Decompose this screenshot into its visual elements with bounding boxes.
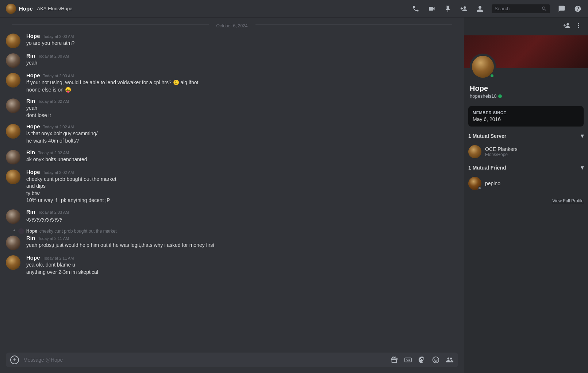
chevron-down-icon: ▾ bbox=[581, 132, 584, 139]
message-author: Hope bbox=[26, 123, 40, 129]
profile-username: hopesheis18 bbox=[470, 93, 582, 99]
chat-area: October 6, 2024 Hope Today at 2:00 AM yo… bbox=[0, 18, 464, 373]
message-content: Hope Today at 2:11 AM yea ofc, dont blam… bbox=[26, 255, 458, 276]
message-text: and dips bbox=[26, 183, 458, 190]
message-text: he wants 40m of bolts? bbox=[26, 137, 458, 145]
avatar bbox=[6, 98, 20, 113]
chat-input-bar: + GIF bbox=[6, 353, 458, 367]
add-friend-icon[interactable] bbox=[563, 22, 570, 31]
online-status-indicator bbox=[489, 73, 495, 78]
emoji-icon[interactable] bbox=[432, 356, 440, 364]
message-timestamp: Today at 2:02 AM bbox=[43, 170, 74, 175]
help-icon[interactable] bbox=[573, 4, 582, 13]
people-icon[interactable] bbox=[446, 356, 454, 364]
reply-author: Hope bbox=[26, 229, 37, 234]
topbar-username: Hope bbox=[19, 5, 33, 12]
search-input[interactable] bbox=[495, 6, 539, 11]
message-text: noone else is on 😛 bbox=[26, 86, 458, 94]
message-text: anything over 2-3m im skeptical bbox=[26, 269, 458, 276]
member-since-value: May 6, 2016 bbox=[473, 116, 579, 122]
member-since-card: Member Since May 6, 2016 bbox=[468, 106, 584, 127]
main-area: October 6, 2024 Hope Today at 2:00 AM yo… bbox=[0, 18, 588, 373]
profile-name: Hope bbox=[470, 84, 582, 93]
message-group: Hope Today at 2:00 AM yo are you here at… bbox=[6, 31, 458, 50]
message-text: cheeky cunt prob bought out the market bbox=[26, 176, 458, 183]
search-bar[interactable] bbox=[492, 4, 550, 13]
message-text: 4k onyx bolts unenchanted bbox=[26, 156, 458, 163]
gif-icon[interactable]: GIF bbox=[404, 356, 412, 364]
message-author: Rin bbox=[26, 209, 35, 215]
server-info: OCE Plankers Elons/Hope bbox=[485, 146, 518, 157]
message-group: Hope Today at 2:00 AM if your not using,… bbox=[6, 71, 458, 95]
chat-input-icons: GIF bbox=[390, 356, 454, 364]
topbar-aka-label: AKA Elons/Hope bbox=[37, 6, 73, 11]
message-timestamp: Today at 2:02 AM bbox=[43, 125, 74, 129]
message-timestamp: Today at 2:11 AM bbox=[38, 236, 69, 241]
profile-icon[interactable] bbox=[476, 4, 484, 13]
avatar bbox=[6, 255, 20, 270]
message-group: Rin Today at 2:11 AM yeah probs,i just w… bbox=[6, 235, 458, 250]
online-dot bbox=[498, 94, 502, 98]
gift-icon[interactable] bbox=[390, 356, 398, 364]
message-content: Hope Today at 2:02 AM cheeky cunt prob b… bbox=[26, 169, 458, 204]
svg-text:GIF: GIF bbox=[406, 359, 411, 362]
message-text: yeah bbox=[26, 105, 458, 112]
mutual-servers-label: 1 Mutual Server bbox=[468, 133, 506, 139]
phone-icon[interactable] bbox=[411, 4, 420, 13]
message-author: Rin bbox=[26, 98, 35, 104]
add-button[interactable]: + bbox=[10, 355, 19, 364]
more-options-icon[interactable] bbox=[575, 22, 582, 31]
message-timestamp: Today at 2:02 AM bbox=[38, 99, 69, 104]
message-timestamp: Today at 2:00 AM bbox=[43, 34, 74, 39]
avatar bbox=[6, 53, 20, 68]
topbar: Hope AKA Elons/Hope bbox=[0, 0, 588, 18]
view-full-profile-section: View Full Profile bbox=[464, 193, 588, 208]
mutual-friends-header[interactable]: 1 Mutual Friend ▾ bbox=[464, 161, 588, 174]
avatar bbox=[6, 34, 20, 48]
reply-bar: ↱ Hope cheeky cunt prob bought out the m… bbox=[6, 228, 458, 234]
avatar bbox=[6, 170, 20, 184]
message-author: Hope bbox=[26, 33, 40, 39]
profile-banner bbox=[464, 35, 588, 68]
server-item: OCE Plankers Elons/Hope bbox=[464, 142, 588, 161]
message-input[interactable] bbox=[23, 357, 386, 363]
topbar-icons bbox=[411, 4, 582, 13]
friend-item: pepino bbox=[464, 174, 588, 193]
message-timestamp: Today at 2:11 AM bbox=[43, 256, 74, 260]
panel-top-bar bbox=[464, 18, 588, 35]
message-author: Rin bbox=[26, 149, 35, 155]
message-content: Hope Today at 2:00 AM yo are you here at… bbox=[26, 33, 458, 48]
chat-input-area: + GIF bbox=[0, 353, 464, 373]
server-name: OCE Plankers bbox=[485, 146, 518, 152]
message-content: Hope Today at 2:02 AM is that onyx bolt … bbox=[26, 123, 458, 144]
view-full-profile-link[interactable]: View Full Profile bbox=[552, 198, 584, 203]
pin-icon[interactable] bbox=[443, 4, 452, 13]
friend-avatar-wrap bbox=[468, 177, 481, 190]
mutual-friends-label: 1 Mutual Friend bbox=[468, 165, 506, 171]
inbox-icon[interactable] bbox=[557, 4, 566, 13]
video-icon[interactable] bbox=[427, 4, 436, 13]
add-member-icon[interactable] bbox=[460, 4, 468, 13]
message-timestamp: Today at 2:00 AM bbox=[43, 74, 74, 78]
message-group: Hope Today at 2:11 AM yea ofc, dont blam… bbox=[6, 253, 458, 277]
avatar bbox=[6, 73, 20, 88]
sticker-icon[interactable] bbox=[418, 356, 426, 364]
message-text: dont lose it bbox=[26, 112, 458, 119]
message-group: Rin Today at 2:03 AM ayyyyyyyyyyyyy bbox=[6, 207, 458, 225]
avatar bbox=[6, 150, 20, 164]
message-content: Rin Today at 2:02 AM yeah dont lose it bbox=[26, 98, 458, 119]
profile-avatar-wrap bbox=[470, 54, 496, 80]
avatar bbox=[6, 236, 20, 250]
mutual-servers-header[interactable]: 1 Mutual Server ▾ bbox=[464, 129, 588, 142]
message-with-reply: ↱ Hope cheeky cunt prob bought out the m… bbox=[6, 227, 458, 253]
avatar bbox=[6, 209, 20, 224]
message-author: Hope bbox=[26, 255, 40, 261]
message-timestamp: Today at 2:02 AM bbox=[38, 151, 69, 155]
message-content: Rin Today at 2:00 AM yeah bbox=[26, 53, 458, 68]
message-text: yo are you here atm? bbox=[26, 40, 458, 47]
topbar-avatar bbox=[6, 4, 16, 14]
server-nick: Elons/Hope bbox=[485, 152, 518, 157]
message-author: Hope bbox=[26, 72, 40, 78]
messages-container[interactable]: October 6, 2024 Hope Today at 2:00 AM yo… bbox=[0, 18, 464, 353]
reply-avatar bbox=[18, 228, 24, 234]
